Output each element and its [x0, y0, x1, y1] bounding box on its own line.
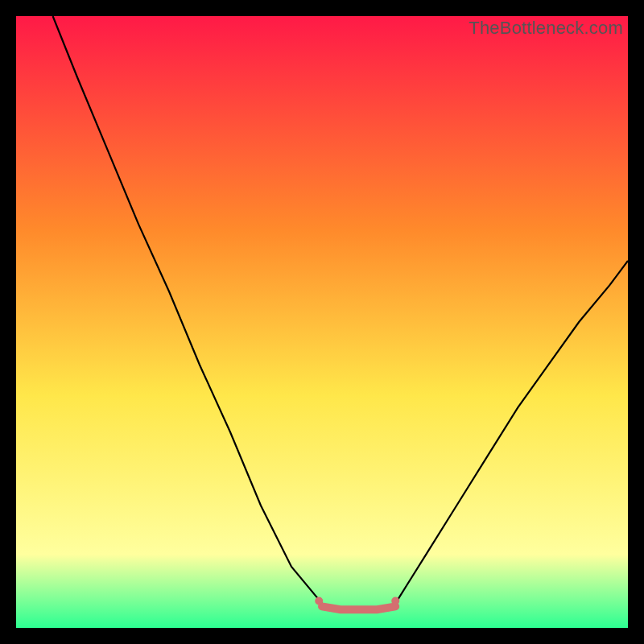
right-dot-marker [391, 597, 399, 605]
bottom-flat-segment [322, 606, 395, 609]
left-dot-marker [315, 597, 323, 605]
chart-frame: TheBottleneck.com [16, 16, 628, 628]
chart-svg [16, 16, 628, 628]
gradient-background [16, 16, 628, 628]
watermark-text: TheBottleneck.com [469, 18, 623, 39]
